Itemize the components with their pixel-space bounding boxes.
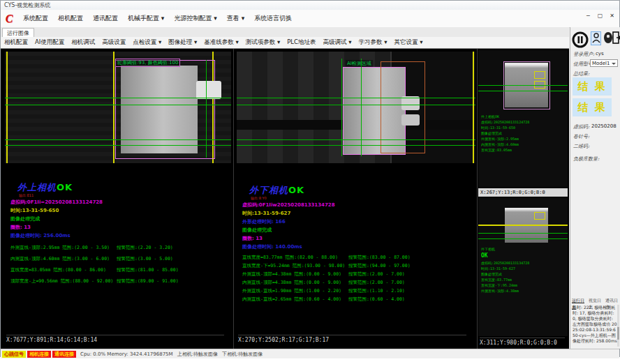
tool-spot-check[interactable]: 点检设置 ▾ <box>129 38 165 47</box>
menu-system-config[interactable]: 系统配置 <box>18 14 53 23</box>
measure-line <box>5 139 231 140</box>
tool-plc-address[interactable]: PLC地址表 <box>283 38 319 47</box>
middle-ok-status: OK <box>288 185 304 195</box>
cpu-memory-status: Cpu: 0.0% Memory: 3424.41796875M <box>80 351 173 357</box>
tool-image-processing[interactable]: 图像处理 ▾ <box>165 38 200 47</box>
log-scrollbar-thumb[interactable] <box>617 327 619 340</box>
alarm-range: 报警范围:(3.00 - 5.00) <box>117 256 173 262</box>
small-info-line: 外上相机OK <box>481 114 499 119</box>
measurement-row: 内测直线-顶部:4.60mm 范围:(3.00 - 6.00) 报警范围:(3.… <box>10 256 241 263</box>
measurement-row: 直线宽度-下=95.24mm 范围:(93.00 - 98.00) 报警范围:(… <box>242 263 473 270</box>
exit-button[interactable] <box>612 31 620 45</box>
menu-robot-config[interactable]: 机械手配置 ▾ <box>123 14 169 23</box>
inspected-part <box>121 66 198 153</box>
measure-line <box>478 91 568 91</box>
virtual-code-label: 虚拟码: <box>573 123 589 130</box>
tool-test-params[interactable]: 测试项参数 ▾ <box>242 38 283 47</box>
measurement-row: 直线宽度=83.05mm 范围:(80.00 - 86.00) 报警范围:(81… <box>10 267 241 274</box>
measure-line <box>237 98 475 98</box>
measure-line <box>478 238 568 239</box>
measurement-row: 外测直线-顶部:2.95mm 范围:(2.00 - 3.50) 报警范围:(2.… <box>10 245 241 252</box>
small-info-line: 虚拟码:20250208133124728 <box>481 120 529 124</box>
close-button[interactable]: ✕ <box>606 11 618 21</box>
alarm-range: 报警范围:(0.60 - 4.00) <box>348 296 405 303</box>
measure-line <box>5 145 231 146</box>
tool-other-settings[interactable]: 其它设置 ▾ <box>390 38 426 47</box>
total-result-label: 总结果: <box>573 70 589 77</box>
small-top-camera-panel: 外上相机OK 虚拟码:20250208133124728 时间:13-31-59… <box>478 49 568 197</box>
small-info-line: 图像处理完成 <box>481 272 502 276</box>
small-info-line: 直线宽度-下:95.24mm <box>481 283 517 287</box>
menu-camera-config[interactable]: 相机配置 <box>53 14 88 23</box>
small-info-line: 图像处理完成 <box>481 131 502 135</box>
middle-pixel-coords: X:270;Y:2502;R:17;G:17;B:17 <box>238 335 466 343</box>
tool-learning-params[interactable]: 学习参数 ▾ <box>355 38 390 47</box>
minimize-button[interactable]: ─ <box>582 11 594 21</box>
pause-button[interactable] <box>572 31 589 50</box>
comm-link-status-badge: 通讯连接 <box>52 351 76 358</box>
threshold-overlay-label: 轮廓阈值:93, 颜色阈值:100 <box>115 59 180 67</box>
tool-baseline-params[interactable]: 基准线参数 ▾ <box>200 38 242 47</box>
result-box-2: 结 果 <box>573 98 612 116</box>
yellow-mark <box>534 212 545 220</box>
left-process-status: 图像处理完成 <box>10 215 40 222</box>
settings-button[interactable] <box>603 31 613 45</box>
lower-camera-trigger-status: 下相机:待触发图像 <box>222 351 263 358</box>
left-virtual-code: 虚拟码:0F1Ii=20250208133124728 <box>10 199 103 206</box>
menu-light-config[interactable]: 光源控制配置 ▾ <box>169 14 221 23</box>
bright-feature <box>401 96 420 110</box>
small-bottom-viewport[interactable]: 外下相机 OK 虚拟码:20250208133134728 时间:13-31-5… <box>478 198 568 336</box>
small-top-pixel-coords: X:267;Y:13;R:0;G:0;B:0 <box>478 188 568 197</box>
left-camera-title: 外上相机OK <box>17 181 73 194</box>
measure-line <box>237 145 475 146</box>
left-pixel-coords: X:7677;Y:891;R:14;G:14;B:14 <box>6 335 224 343</box>
toolbar: 相机配置 AI使用配置 相机调试 高级设置 点检设置 ▾ 图像处理 ▾ 基准线参… <box>1 37 569 49</box>
menu-comm-config[interactable]: 通讯配置 <box>88 14 123 23</box>
small-info-line: 时间:13-31-59-650 <box>481 126 515 130</box>
maximize-button[interactable]: ▢ <box>594 11 606 21</box>
measure-line <box>237 105 475 105</box>
tab-strip: 运行图像 <box>1 27 569 38</box>
login-user-value: cys <box>596 51 604 56</box>
qr-code-label: 二维码: <box>573 143 589 150</box>
menu-language-switch[interactable]: 系统语言切换 <box>249 14 297 23</box>
tab-run-image[interactable]: 运行图像 <box>2 28 34 38</box>
tool-advanced-settings[interactable]: 高级设置 <box>98 38 129 47</box>
middle-camera-viewport[interactable]: AI检测区域 <box>237 52 475 163</box>
left-output-sub: 输出:E11 <box>19 193 34 197</box>
virtual-code-value: 20250208 <box>591 123 617 129</box>
user-login-button[interactable] <box>591 31 601 45</box>
middle-camera-panel: AI检测区域 外下相机OK 输出:8:Y0 虚拟码:0F1Iiw20250208… <box>235 49 475 349</box>
alarm-range: 报警范围:(1.10 - 2.10) <box>348 288 405 294</box>
left-capture-time: 时间:13-31-59-650 <box>10 207 59 214</box>
alarm-range: 报警范围:(2.00 - 7.00) <box>348 280 405 286</box>
measurement-row: 内测直线-顶部=4.38mm 范围:(0.00 - 9.00) 报警范围:(2.… <box>242 280 473 287</box>
left-ok-status: OK <box>57 182 73 192</box>
menu-view[interactable]: 查看 ▾ <box>222 14 249 23</box>
small-bottom-camera-panel: 外下相机 OK 虚拟码:20250208133134728 时间:13-31-5… <box>478 197 568 349</box>
tool-ai-usage-config[interactable]: AI使用配置 <box>31 38 68 47</box>
middle-loop-count: 圈数: 13 <box>242 235 263 242</box>
left-camera-viewport[interactable]: 轮廓阈值:93, 颜色阈值:100 <box>5 52 231 163</box>
measure-vline <box>206 60 207 158</box>
measurement-row: 外测直线-直线=1.90mm 范围:(1.00 - 2.20) 报警范围:(1.… <box>242 288 473 295</box>
middle-process-status: 图像处理完成 <box>242 227 272 234</box>
log-scrollbar[interactable] <box>617 305 619 347</box>
measure-line <box>478 233 568 234</box>
small-top-viewport[interactable]: 外上相机OK 虚拟码:20250208133124728 时间:13-31-59… <box>478 50 568 187</box>
app-window: CYS-视觉检测系统 C 系统配置 相机配置 通讯配置 机械手配置 ▾ 光源控制… <box>0 0 620 357</box>
result-box-1: 结 果 <box>573 77 612 96</box>
app-root: CYS-视觉检测系统 C 系统配置 相机配置 通讯配置 机械手配置 ▾ 光源控制… <box>0 0 620 364</box>
connector-blob <box>196 81 221 99</box>
yellow-guide-line <box>6 52 8 163</box>
window-controls: ─ ▢ ✕ <box>582 11 618 21</box>
exit-door-icon <box>612 31 620 44</box>
small-bottom-pixel-coords: X:311;Y:980;R:0;G:0;B:0 <box>480 338 565 346</box>
ai-region-label: AI检测区域 <box>346 60 373 67</box>
tool-advanced-debug[interactable]: 高级调试 ▾ <box>320 38 355 47</box>
measurement-row: 直线宽度=83.77mm 范围:(82.00 - 88.00) 报警范围:(83… <box>242 255 473 261</box>
alarm-range: 报警范围:(89.00 - 91.00) <box>117 278 179 285</box>
model-select[interactable]: Model1 <box>590 59 618 67</box>
tool-camera-debug[interactable]: 相机调试 <box>68 38 98 47</box>
tool-camera-config[interactable]: 相机配置 <box>1 38 31 47</box>
